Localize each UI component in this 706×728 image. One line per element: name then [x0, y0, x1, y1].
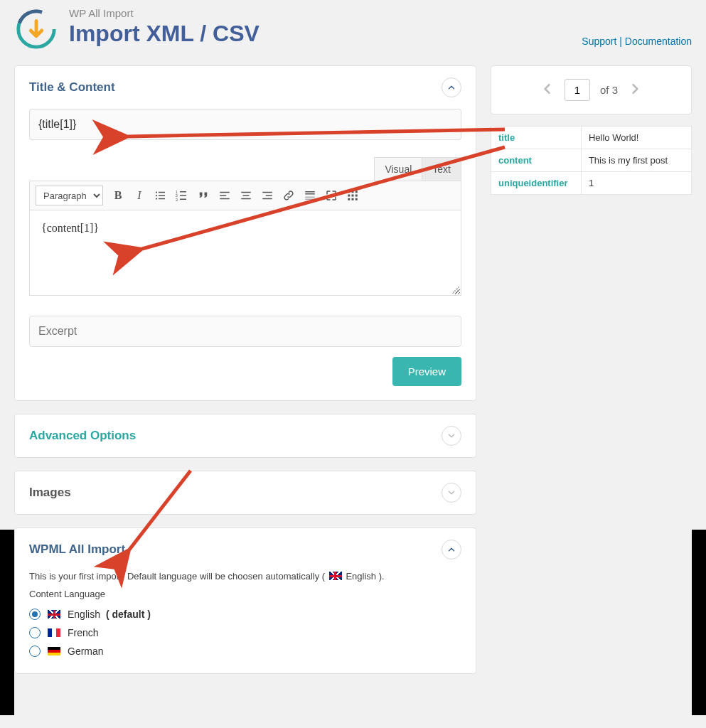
language-option[interactable]: French [29, 623, 461, 642]
record-value: This is my first post [581, 149, 691, 172]
record-value: 1 [581, 172, 691, 195]
fullscreen-icon[interactable] [325, 189, 338, 202]
panel-title: WPML All Import [29, 542, 442, 557]
italic-icon[interactable]: I [133, 189, 146, 202]
svg-rect-18 [243, 195, 250, 196]
chevron-down-icon [446, 488, 456, 498]
svg-rect-15 [220, 195, 226, 196]
link-icon[interactable] [282, 189, 295, 202]
svg-rect-33 [348, 198, 350, 200]
dark-band-right [692, 530, 706, 715]
svg-rect-7 [159, 198, 165, 200]
support-link[interactable]: Support [582, 36, 616, 47]
record-key: title [491, 127, 582, 149]
app-subtitle: WP All Import [69, 7, 571, 19]
svg-rect-17 [241, 192, 251, 193]
panel-title: Advanced Options [29, 429, 442, 443]
svg-rect-23 [305, 191, 315, 193]
content-editor[interactable]: {content[1]} [29, 210, 461, 296]
svg-rect-16 [220, 198, 230, 200]
record-pager: of 3 [491, 65, 692, 114]
svg-rect-13 [180, 199, 186, 200]
language-label: German [68, 646, 104, 657]
align-right-icon[interactable] [261, 189, 274, 202]
flag-de-icon [48, 647, 60, 655]
table-row[interactable]: contentThis is my first post [491, 149, 692, 172]
radio-button[interactable] [29, 627, 41, 638]
svg-rect-14 [220, 192, 230, 193]
radio-button[interactable] [29, 646, 41, 657]
next-record-button[interactable] [628, 82, 642, 98]
panel-title-content: Title & Content Visual Text Paragraph [14, 65, 476, 401]
language-option[interactable]: English ( default ) [29, 605, 461, 623]
page-title: Import XML / CSV [69, 21, 571, 47]
align-left-icon[interactable] [218, 189, 231, 202]
table-row[interactable]: uniqueidentifier1 [491, 172, 692, 195]
language-label: English [68, 609, 100, 620]
format-select[interactable]: Paragraph [36, 186, 103, 205]
record-key: content [491, 149, 582, 172]
chevron-left-icon [540, 82, 555, 96]
svg-rect-21 [266, 195, 272, 196]
panel-title: Images [29, 486, 442, 500]
insert-more-icon[interactable] [304, 189, 316, 202]
editor-toolbar: Paragraph B I 123 [29, 181, 461, 210]
title-field[interactable] [29, 109, 461, 140]
wpml-note: This is your first import. Default langu… [15, 571, 476, 589]
table-row[interactable]: titleHello World! [491, 127, 692, 149]
flag-uk-icon [48, 610, 60, 619]
bold-icon[interactable]: B [112, 189, 124, 202]
radio-button[interactable] [29, 609, 41, 620]
svg-rect-25 [305, 197, 315, 198]
collapse-button[interactable] [442, 77, 461, 97]
svg-text:3: 3 [176, 198, 178, 202]
blockquote-icon[interactable] [197, 189, 210, 202]
editor-tab-text[interactable]: Text [422, 157, 461, 181]
documentation-link[interactable]: Documentation [625, 36, 692, 47]
excerpt-field[interactable] [29, 316, 461, 347]
collapse-button[interactable] [442, 540, 461, 560]
language-option[interactable]: German [29, 642, 461, 660]
page-header: WP All Import Import XML / CSV Support |… [14, 0, 692, 65]
default-suffix: ( default ) [106, 609, 151, 620]
panel-wpml-all-import: WPML All Import This is your first impor… [14, 528, 476, 674]
flag-fr-icon [48, 628, 60, 637]
svg-rect-3 [159, 192, 165, 193]
chevron-up-icon [446, 545, 456, 555]
expand-button[interactable] [442, 483, 461, 503]
svg-rect-9 [180, 191, 186, 193]
header-links: Support | Documentation [582, 36, 692, 51]
svg-rect-11 [180, 195, 186, 196]
svg-rect-34 [352, 198, 354, 200]
svg-rect-26 [305, 199, 315, 200]
svg-point-2 [156, 191, 157, 193]
expand-button[interactable] [442, 426, 461, 446]
svg-rect-24 [305, 193, 315, 195]
page-number-input[interactable] [565, 79, 590, 101]
prev-record-button[interactable] [540, 82, 555, 98]
chevron-up-icon [446, 82, 456, 92]
numbered-list-icon[interactable]: 123 [176, 189, 188, 202]
svg-point-6 [156, 198, 157, 199]
bullet-list-icon[interactable] [154, 189, 167, 202]
panel-advanced-options: Advanced Options [14, 414, 476, 458]
align-center-icon[interactable] [240, 189, 252, 202]
chevron-down-icon [446, 431, 456, 441]
svg-rect-29 [355, 191, 358, 193]
svg-rect-30 [348, 195, 350, 197]
language-label: French [68, 627, 99, 638]
svg-rect-20 [262, 192, 272, 193]
record-preview-table: titleHello World!contentThis is my first… [491, 126, 692, 195]
editor-tab-visual[interactable]: Visual [374, 157, 422, 181]
svg-rect-27 [348, 191, 350, 193]
record-value: Hello World! [581, 127, 691, 149]
wpai-logo-icon [14, 7, 58, 51]
chevron-right-icon [628, 82, 642, 96]
svg-rect-19 [241, 198, 251, 200]
panel-images: Images [14, 471, 476, 515]
page-of-label: of 3 [600, 84, 618, 96]
content-language-label: Content Language [29, 589, 461, 599]
svg-rect-5 [159, 195, 165, 196]
toolbar-toggle-icon[interactable] [346, 189, 359, 202]
preview-button[interactable]: Preview [392, 357, 461, 386]
